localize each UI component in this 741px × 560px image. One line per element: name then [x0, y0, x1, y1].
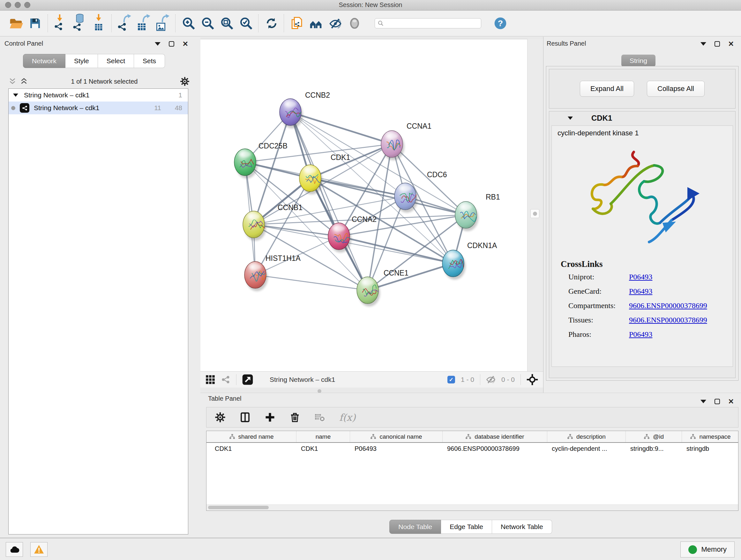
cell-namespace[interactable]: stringdb: [682, 445, 739, 452]
open-in-window-icon[interactable]: [242, 374, 253, 385]
column-header-id[interactable]: @id: [626, 431, 682, 442]
panel-menu-icon[interactable]: [700, 42, 706, 46]
panel-float-icon[interactable]: [715, 399, 720, 404]
collapse-all-button[interactable]: Collapse All: [647, 81, 704, 97]
network-edge-CCNA2-CDKN1A[interactable]: [339, 236, 453, 263]
panel-float-icon[interactable]: [715, 41, 720, 47]
control-panel-tabs: Network Style Select Sets: [23, 54, 165, 68]
cell-shared-name[interactable]: CDK1: [206, 445, 296, 452]
clone-network-button[interactable]: [287, 13, 307, 33]
column-header-description[interactable]: description: [547, 431, 626, 442]
hide-selected-button[interactable]: [326, 13, 345, 33]
gene-collapse-icon[interactable]: [568, 117, 573, 120]
network-graph[interactable]: CCNB2CCNA1CDC25BCDK1CDC6RB1CCNB1CCNA2CDK…: [200, 39, 527, 372]
network-edge-CCNB2-CCNA1[interactable]: [290, 112, 392, 144]
network-edge-HIST1H1A-CCNE1[interactable]: [255, 275, 367, 290]
network-canvas[interactable]: CCNB2CCNA1CDC25BCDK1CDC6RB1CCNB1CCNA2CDK…: [200, 39, 527, 371]
crosslink-link[interactable]: 9606.ENSP00000378699: [629, 316, 707, 324]
column-header-namespace[interactable]: namespace: [682, 431, 739, 442]
panel-close-icon[interactable]: ✕: [728, 399, 734, 404]
tab-style[interactable]: Style: [65, 54, 98, 68]
column-header-name[interactable]: name: [296, 431, 350, 442]
panel-float-icon[interactable]: [169, 41, 174, 47]
crosslink-link[interactable]: P06493: [629, 330, 652, 339]
crosslink-link[interactable]: P06493: [629, 287, 652, 296]
panel-close-icon[interactable]: ✕: [183, 41, 188, 47]
node-label-CDC6: CDC6: [427, 171, 447, 179]
help-button[interactable]: ?: [494, 17, 507, 30]
import-network-database-button[interactable]: [70, 13, 89, 33]
expand-all-button[interactable]: Expand All: [580, 81, 634, 97]
import-table-button[interactable]: [89, 13, 109, 33]
tab-select[interactable]: Select: [98, 54, 134, 68]
network-collection-row[interactable]: String Network – cdk1 1: [9, 89, 188, 102]
save-session-button[interactable]: [25, 13, 45, 33]
network-row-selected[interactable]: String Network – cdk1 11 48: [9, 102, 188, 114]
expand-all-networks-icon[interactable]: [19, 77, 29, 85]
network-node-RB1[interactable]: RB1: [455, 193, 500, 231]
splitter-handle[interactable]: [530, 209, 539, 218]
column-header-database-identifier[interactable]: database identifier: [443, 431, 547, 442]
import-network-file-button[interactable]: [51, 13, 70, 33]
refresh-layout-button[interactable]: [262, 13, 281, 33]
birdseye-crosshair-icon[interactable]: [527, 374, 538, 385]
panel-close-icon[interactable]: ✕: [728, 41, 734, 47]
tab-sets[interactable]: Sets: [134, 54, 165, 68]
cell-id[interactable]: stringdb:9...: [626, 445, 682, 452]
grid-view-icon[interactable]: [205, 375, 215, 384]
export-network-button[interactable]: [115, 13, 134, 33]
first-neighbors-button[interactable]: [307, 13, 326, 33]
panel-menu-icon[interactable]: [155, 42, 160, 46]
tab-network-table[interactable]: Network Table: [492, 520, 552, 534]
cell-database-identifier[interactable]: 9606.ENSP00000378699: [443, 445, 547, 452]
zoom-fit-button[interactable]: [217, 13, 236, 33]
open-session-button[interactable]: [6, 13, 25, 33]
zoom-in-button[interactable]: [179, 13, 198, 33]
tab-network[interactable]: Network: [23, 54, 65, 68]
show-all-button[interactable]: [345, 13, 364, 33]
zoom-selected-button[interactable]: [236, 13, 255, 33]
network-edge-CCNB2-RB1[interactable]: [290, 112, 466, 215]
collapse-all-networks-icon[interactable]: [8, 77, 17, 85]
column-header-canonical-name[interactable]: canonical name: [350, 431, 443, 442]
network-node-CCNE1[interactable]: CCNE1: [357, 269, 408, 307]
zoom-out-button[interactable]: [198, 13, 217, 33]
panel-menu-icon[interactable]: [700, 400, 706, 403]
cell-name[interactable]: CDK1: [296, 445, 350, 452]
crosslink-link[interactable]: 9606.ENSP00000378699: [629, 301, 707, 310]
export-image-button[interactable]: [153, 13, 172, 33]
tab-string[interactable]: String: [621, 55, 656, 67]
crosslink-link[interactable]: P06493: [629, 273, 652, 281]
tab-node-table[interactable]: Node Table: [389, 520, 441, 534]
table-horizontal-scrollbar[interactable]: [206, 504, 738, 510]
canvas-results-splitter[interactable]: [527, 39, 543, 371]
network-node-HIST1H1A[interactable]: HIST1H1A: [245, 254, 301, 291]
hidden-eye-icon[interactable]: [486, 375, 495, 384]
share-view-icon[interactable]: [221, 375, 230, 384]
tab-edge-table[interactable]: Edge Table: [441, 520, 492, 534]
cell-description[interactable]: cyclin-dependent ...: [547, 445, 626, 452]
network-options-gear-icon[interactable]: [180, 77, 190, 86]
add-column-icon[interactable]: [265, 412, 275, 423]
cell-canonical-name[interactable]: P06493: [350, 445, 443, 452]
network-edge-CCNB2-CCNE1[interactable]: [290, 112, 367, 290]
search-input[interactable]: [375, 18, 481, 28]
network-edge-CCNA1-CCNB1[interactable]: [254, 144, 392, 225]
table-row[interactable]: CDK1 CDK1 P06493 9606.ENSP00000378699 cy…: [206, 443, 738, 454]
network-edge-CDKN1A-CCNE1[interactable]: [367, 263, 453, 290]
memory-button[interactable]: Memory: [680, 542, 735, 557]
export-table-button[interactable]: [134, 13, 153, 33]
collection-expand-icon[interactable]: [13, 94, 18, 97]
columns-icon[interactable]: [240, 412, 251, 423]
column-header-shared-name[interactable]: shared name: [206, 431, 296, 442]
network-node-CDK1[interactable]: CDK1: [299, 153, 350, 194]
scrollbar-thumb[interactable]: [208, 506, 269, 509]
warnings-button[interactable]: [30, 542, 48, 557]
gene-section-header[interactable]: CDK1: [549, 111, 735, 125]
cloud-button[interactable]: [6, 542, 23, 557]
delete-column-icon[interactable]: [289, 412, 300, 423]
network-node-CDKN1A[interactable]: CDKN1A: [442, 241, 497, 280]
selected-checkbox-icon[interactable]: ✓: [448, 376, 455, 383]
table-gear-icon[interactable]: [215, 412, 226, 423]
network-node-CCNA1[interactable]: CCNA1: [381, 122, 431, 160]
